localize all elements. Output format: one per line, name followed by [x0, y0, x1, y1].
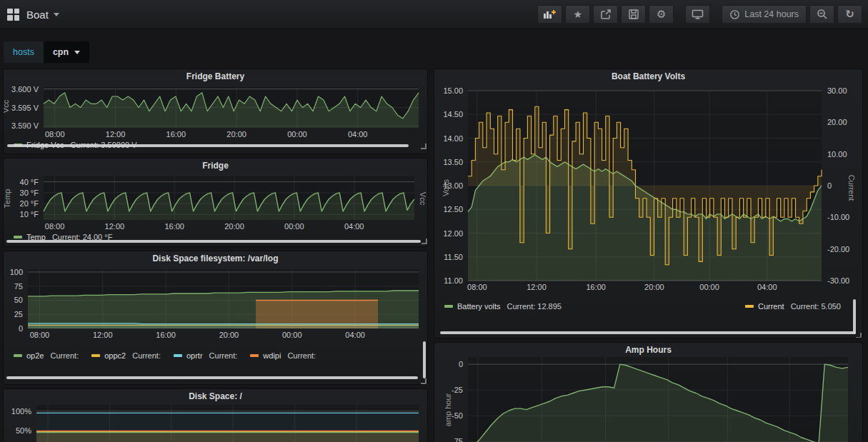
- panel-fridge-battery: Fridge Battery 08:0012:0016:0020:0000:00…: [4, 69, 427, 154]
- svg-text:00:00: 00:00: [699, 283, 719, 291]
- svg-text:12:00: 12:00: [106, 130, 126, 139]
- panel-resize-handle[interactable]: [421, 144, 426, 149]
- svg-text:3.590 V: 3.590 V: [11, 121, 39, 130]
- legend-swatch-icon: [745, 305, 754, 308]
- cycle-view-button[interactable]: [685, 5, 710, 24]
- panel-disk-root: Disk Space: / 100%50%: [4, 389, 427, 442]
- legend-series-label: oprtr: [186, 351, 203, 360]
- chevron-down-icon: [74, 51, 80, 54]
- top-navbar: Boat ★: [0, 0, 868, 29]
- legend-item[interactable]: oppc2Current:: [91, 351, 161, 360]
- legend-item[interactable]: wdipiCurrent:: [250, 351, 316, 360]
- panel-resize-handle[interactable]: [421, 378, 426, 384]
- svg-text:11.00: 11.00: [444, 276, 463, 285]
- disk-varlog-chart[interactable]: 08:0012:0016:0020:0000:0004:001007550250: [6, 266, 424, 340]
- panel-title[interactable]: Disk Space filesystem: /var/log: [4, 251, 427, 266]
- svg-text:0: 0: [827, 181, 832, 190]
- vertical-scrollbar[interactable]: [423, 341, 426, 378]
- svg-text:100%: 100%: [11, 407, 31, 416]
- svg-text:08:00: 08:00: [467, 283, 487, 291]
- legend-swatch-icon: [174, 354, 182, 357]
- settings-button[interactable]: ⚙: [649, 5, 674, 24]
- svg-text:20:00: 20:00: [226, 130, 246, 139]
- svg-text:30 °F: 30 °F: [20, 189, 39, 197]
- star-button[interactable]: ★: [565, 5, 590, 24]
- svg-text:30.00: 30.00: [827, 86, 847, 95]
- dashboard-title[interactable]: Boat: [26, 9, 49, 21]
- svg-text:-25: -25: [452, 386, 463, 394]
- boat-battery-volts-chart[interactable]: 08:0012:0016:0020:0000:0004:0015.0014.50…: [437, 84, 859, 298]
- svg-text:-50: -50: [452, 411, 463, 420]
- legend-item[interactable]: Battery voltsCurrent: 12.895: [444, 302, 562, 311]
- legend-swatch-icon: [250, 354, 259, 357]
- panel-fridge: Fridge 08:0012:0016:0020:0000:0004:0040 …: [4, 159, 427, 246]
- legend-series-label: Current: [758, 302, 784, 311]
- svg-text:08:00: 08:00: [45, 130, 65, 139]
- navbar-right: ★ ⚙: [537, 5, 862, 24]
- boat-volts-legend-left: Battery voltsCurrent: 12.895: [444, 302, 574, 311]
- svg-text:-10.00: -10.00: [827, 213, 849, 221]
- svg-text:3.600 V: 3.600 V: [11, 85, 39, 94]
- add-graph-button[interactable]: [537, 5, 562, 24]
- vertical-scrollbar[interactable]: [853, 299, 856, 334]
- svg-text:04:00: 04:00: [348, 130, 368, 139]
- svg-text:10 °F: 10 °F: [20, 210, 39, 219]
- panel-resize-handle[interactable]: [856, 333, 862, 338]
- legend-swatch-icon: [14, 354, 22, 357]
- save-icon: [628, 9, 639, 20]
- template-var-label[interactable]: hosts: [4, 41, 44, 63]
- disk-varlog-legend: op2eCurrent:oppc2Current:oprtrCurrent:wd…: [14, 351, 427, 360]
- fridge-chart[interactable]: 08:0012:0016:0020:0000:0004:0040 °F30 °F…: [6, 173, 424, 231]
- legend-series-label: oppc2: [104, 351, 126, 360]
- grafana-dashboard: Boat ★: [0, 0, 868, 442]
- svg-text:04:00: 04:00: [757, 283, 777, 291]
- panel-resize-handle[interactable]: [421, 238, 427, 244]
- svg-text:00:00: 00:00: [284, 222, 304, 231]
- panel-title[interactable]: Boat Battery Volts: [434, 69, 862, 84]
- svg-text:00:00: 00:00: [282, 331, 302, 339]
- panel-title[interactable]: Disk Space: /: [4, 389, 427, 403]
- time-range-button[interactable]: Last 24 hours: [722, 5, 807, 24]
- svg-text:20.00: 20.00: [827, 118, 847, 126]
- legend-swatch-icon: [14, 236, 22, 238]
- panel-disk-varlog: Disk Space filesystem: /var/log 08:0012:…: [4, 251, 427, 384]
- gear-icon: ⚙: [657, 9, 666, 20]
- svg-text:08:00: 08:00: [30, 331, 50, 339]
- share-button[interactable]: [593, 5, 618, 24]
- save-button[interactable]: [621, 5, 646, 24]
- svg-text:20 °F: 20 °F: [20, 199, 39, 208]
- svg-text:20:00: 20:00: [219, 331, 239, 339]
- panel-title[interactable]: Amp Hours: [434, 343, 862, 357]
- svg-text:15.00: 15.00: [443, 86, 463, 95]
- template-var-value-dropdown[interactable]: cpn: [44, 41, 89, 63]
- panel-title[interactable]: Fridge Battery: [4, 69, 427, 84]
- add-graph-icon: [543, 9, 557, 20]
- svg-text:12:00: 12:00: [93, 331, 113, 339]
- legend-item[interactable]: op2eCurrent:: [14, 351, 79, 360]
- disk-root-chart[interactable]: 100%50%: [6, 405, 424, 442]
- amp-hours-chart[interactable]: 0-25-50-75: [437, 357, 859, 442]
- legend-item[interactable]: oprtrCurrent:: [174, 351, 237, 360]
- horizontal-scrollbar[interactable]: [6, 376, 418, 379]
- legend-item[interactable]: CurrentCurrent: 5.050: [745, 302, 841, 311]
- legend-series-value: Current: 5.050: [791, 302, 841, 311]
- horizontal-scrollbar[interactable]: [6, 240, 421, 243]
- dashboard-grid-logo-icon[interactable]: [7, 9, 19, 21]
- chevron-down-icon[interactable]: [54, 13, 59, 16]
- svg-text:50%: 50%: [16, 426, 31, 435]
- svg-text:20:00: 20:00: [224, 222, 244, 231]
- legend-series-label: wdipi: [263, 351, 281, 360]
- horizontal-scrollbar[interactable]: [440, 331, 856, 334]
- fridge-battery-chart[interactable]: 08:0012:0016:0020:0000:0004:003.600 V3.5…: [6, 84, 424, 139]
- svg-text:16:00: 16:00: [156, 331, 176, 339]
- boat-volts-legend-right: CurrentCurrent: 5.050: [745, 302, 854, 311]
- refresh-button[interactable]: ↻: [837, 5, 862, 24]
- panel-title[interactable]: Fridge: [4, 159, 427, 173]
- svg-text:11.50: 11.50: [444, 253, 463, 261]
- share-icon: [600, 9, 612, 20]
- boat-volts-legend-row: Battery voltsCurrent: 12.895 CurrentCurr…: [434, 298, 862, 311]
- horizontal-scrollbar[interactable]: [7, 144, 409, 147]
- legend-swatch-icon: [91, 354, 100, 357]
- zoom-out-button[interactable]: [809, 5, 834, 24]
- panel-boat-battery-volts: Boat Battery Volts 08:0012:0016:0020:000…: [434, 69, 862, 338]
